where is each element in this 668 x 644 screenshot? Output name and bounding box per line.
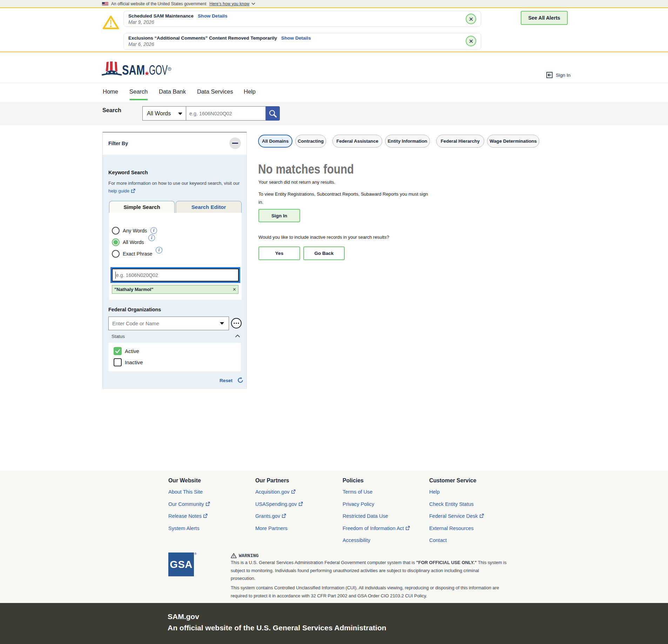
svg-text:GOV: GOV bbox=[149, 63, 168, 77]
svg-text:SAM: SAM bbox=[122, 63, 145, 77]
svg-text:R: R bbox=[169, 68, 170, 70]
